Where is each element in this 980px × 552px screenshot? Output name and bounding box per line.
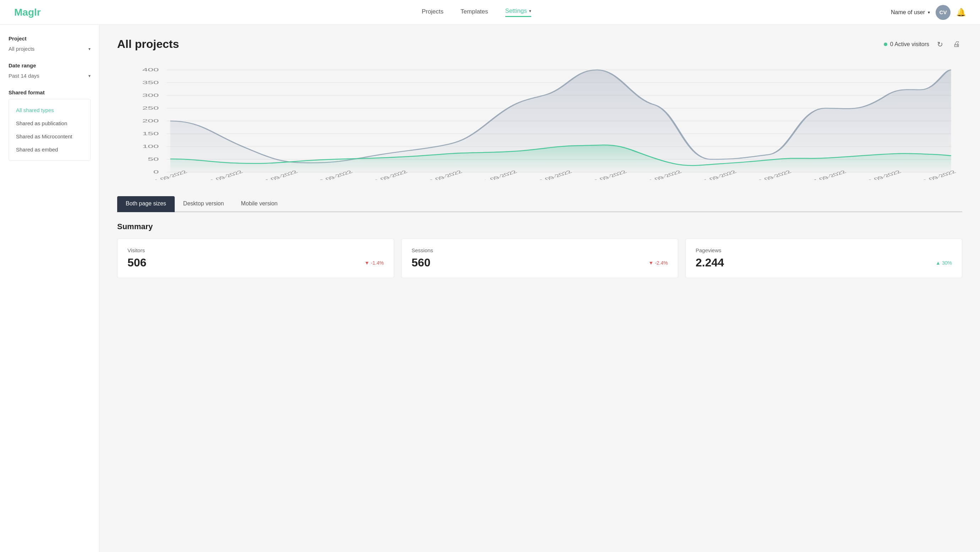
shared-format-embed[interactable]: Shared as embed [9,143,90,156]
stat-card-sessions: Sessions 560 -2.4% [401,238,678,278]
summary-title: Summary [117,222,962,231]
visitors-label: Visitors [127,247,384,253]
svg-text:400: 400 [142,67,159,72]
nav-templates[interactable]: Templates [461,8,488,17]
svg-text:250: 250 [142,105,159,111]
sessions-trend-icon [649,260,654,266]
avatar[interactable]: CV [935,5,951,20]
svg-text:300: 300 [142,93,159,98]
shared-format-section: Shared format All shared types Shared as… [8,89,91,161]
pageviews-change: 30% [935,260,952,266]
date-range-chevron-icon: ▾ [88,73,91,78]
shared-format-all[interactable]: All shared types [9,103,90,117]
pageviews-trend-icon [935,260,940,266]
project-dropdown[interactable]: All projects ▾ [8,45,91,52]
pageviews-value-row: 2.244 30% [695,256,952,269]
bell-icon[interactable]: 🔔 [956,8,966,17]
shared-format-microcontent[interactable]: Shared as Microcontent [9,130,90,143]
settings-chevron-icon: ▾ [529,8,531,13]
tab-desktop-version[interactable]: Desktop version [175,196,232,212]
user-chevron-icon: ▾ [928,10,930,15]
stats-grid: Visitors 506 -1.4% Sessions 560 -2.4% [117,238,962,278]
header-actions: 0 Active visitors ↻ 🖨 [884,38,962,51]
active-visitors: 0 Active visitors [884,41,929,48]
pageviews-value: 2.244 [695,256,724,269]
visitors-change: -1.4% [365,260,384,266]
project-section: Project All projects ▾ [8,35,91,52]
analytics-chart: 400 350 300 250 200 150 100 50 0 [121,67,959,180]
project-chevron-icon: ▾ [88,46,91,51]
layout: Project All projects ▾ Date range Past 1… [0,25,980,552]
main-header: Maglr Projects Templates Settings ▾ Name… [0,0,980,25]
svg-text:350: 350 [142,80,159,85]
nav-projects[interactable]: Projects [422,8,444,17]
sidebar: Project All projects ▾ Date range Past 1… [0,25,99,552]
svg-text:0: 0 [153,169,159,174]
tab-mobile-version[interactable]: Mobile version [232,196,286,212]
nav-settings[interactable]: Settings ▾ [505,8,531,17]
main-content: All projects 0 Active visitors ↻ 🖨 [99,25,980,552]
logo[interactable]: Maglr [14,7,41,18]
print-button[interactable]: 🖨 [951,38,962,51]
date-range-section: Date range Past 14 days ▾ [8,62,91,79]
active-dot-icon [884,43,887,46]
date-range-label: Date range [8,62,91,68]
stat-card-visitors: Visitors 506 -1.4% [117,238,394,278]
sessions-change: -2.4% [649,260,668,266]
user-name-button[interactable]: Name of user ▾ [891,9,930,16]
visitors-value: 506 [127,256,146,269]
header-right: Name of user ▾ CV 🔔 [891,5,966,20]
sessions-label: Sessions [412,247,668,253]
tab-both-page-sizes[interactable]: Both page sizes [117,196,175,212]
stat-card-pageviews: Pageviews 2.244 30% [685,238,962,278]
shared-format-label: Shared format [8,89,91,95]
svg-text:50: 50 [148,157,159,162]
page-size-tabs: Both page sizes Desktop version Mobile v… [117,196,962,212]
refresh-button[interactable]: ↻ [935,38,945,51]
sessions-value-row: 560 -2.4% [412,256,668,269]
svg-text:100: 100 [142,144,159,149]
page-title: All projects [117,38,179,51]
sessions-value: 560 [412,256,430,269]
svg-text:200: 200 [142,118,159,124]
chart-container: 400 350 300 250 200 150 100 50 0 [117,61,962,185]
shared-format-panel: All shared types Shared as publication S… [8,99,91,161]
shared-format-publication[interactable]: Shared as publication [9,117,90,130]
visitors-trend-icon [365,260,370,266]
content-header: All projects 0 Active visitors ↻ 🖨 [117,38,962,51]
project-label: Project [8,35,91,41]
visitors-value-row: 506 -1.4% [127,256,384,269]
pageviews-label: Pageviews [695,247,952,253]
main-nav: Projects Templates Settings ▾ [62,8,891,17]
date-range-dropdown[interactable]: Past 14 days ▾ [8,72,91,79]
svg-text:150: 150 [142,131,159,136]
